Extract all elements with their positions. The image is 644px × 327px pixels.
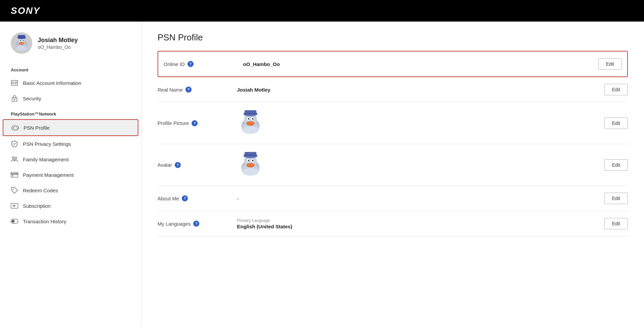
- svg-point-19: [14, 99, 15, 100]
- profile-picture-row: Profile Picture ?: [158, 102, 628, 144]
- svg-point-3: [16, 46, 27, 51]
- psn-privacy-label: PSN Privacy Settings: [23, 141, 71, 147]
- svg-rect-20: [12, 126, 19, 130]
- sidebar-item-subscription[interactable]: Subscription: [0, 198, 141, 214]
- languages-sublabel: Primary Language: [237, 218, 599, 223]
- id-card-icon: [11, 79, 18, 87]
- redeem-label: Redeem Codes: [23, 188, 58, 193]
- avatar-label: Avatar ?: [158, 162, 232, 168]
- svg-rect-29: [11, 173, 18, 174]
- svg-point-23: [16, 127, 17, 128]
- real-name-edit-button[interactable]: Edit: [604, 84, 628, 95]
- svg-point-46: [253, 118, 253, 119]
- account-section-title: Account: [0, 62, 141, 75]
- svg-rect-49: [244, 113, 257, 115]
- online-id-help-icon[interactable]: ?: [188, 61, 194, 67]
- sidebar-item-redeem[interactable]: Redeem Codes: [0, 183, 141, 198]
- toggle-icon: [11, 218, 18, 225]
- svg-rect-28: [11, 172, 18, 177]
- svg-point-45: [248, 118, 249, 119]
- real-name-label: Real Name ?: [158, 87, 232, 93]
- subscription-label: Subscription: [23, 203, 51, 209]
- basic-account-label: Basic Account Information: [23, 80, 81, 86]
- profile-picture-help-icon[interactable]: ?: [192, 120, 198, 126]
- svg-point-8: [20, 40, 21, 41]
- svg-point-26: [15, 157, 17, 159]
- online-id-edit-button[interactable]: Edit: [598, 58, 622, 70]
- svg-point-58: [248, 160, 249, 161]
- svg-point-59: [252, 160, 254, 161]
- lock-icon: [11, 95, 18, 102]
- sidebar-item-family-management[interactable]: Family Management: [0, 152, 141, 167]
- svg-point-60: [248, 160, 249, 161]
- avatar-row: Avatar ?: [158, 144, 628, 186]
- svg-point-61: [253, 160, 253, 161]
- svg-point-34: [12, 220, 14, 223]
- payment-label: Payment Management: [23, 172, 74, 178]
- languages-help-icon[interactable]: ?: [193, 221, 199, 227]
- user-name: Josiah Motley: [38, 37, 78, 44]
- svg-point-43: [248, 118, 249, 120]
- subscription-icon: [11, 202, 18, 209]
- sidebar-item-transaction[interactable]: Transaction History: [0, 214, 141, 229]
- transaction-label: Transaction History: [23, 219, 66, 224]
- sidebar-item-basic-account[interactable]: Basic Account Information: [0, 75, 141, 91]
- user-handle: oO_Hambo_Oo: [38, 44, 78, 50]
- svg-rect-30: [12, 175, 14, 176]
- credit-card-icon: [11, 171, 18, 178]
- tag-icon: [11, 187, 18, 194]
- sidebar: Josiah Motley oO_Hambo_Oo Account Basic …: [0, 22, 141, 327]
- online-id-row: Online ID ? oO_Hambo_Oo Edit: [158, 51, 628, 77]
- languages-edit-button[interactable]: Edit: [604, 218, 628, 229]
- svg-rect-12: [18, 37, 26, 38]
- svg-point-38: [242, 126, 259, 134]
- sidebar-item-payment[interactable]: Payment Management: [0, 167, 141, 183]
- avatar-avatar: [237, 151, 264, 178]
- online-id-label: Online ID ?: [164, 61, 238, 67]
- languages-row: My Languages ? Primary Language English …: [158, 211, 628, 236]
- app-header: SONY: [0, 0, 644, 22]
- avatar-help-icon[interactable]: ?: [175, 162, 181, 168]
- privacy-icon: [11, 140, 18, 148]
- sony-logo: SONY: [11, 5, 40, 16]
- avatar-value: [237, 151, 599, 179]
- about-me-label: About Me ?: [158, 195, 232, 201]
- family-icon: [11, 156, 18, 163]
- profile-picture-avatar: [237, 109, 264, 136]
- sidebar-item-psn-privacy[interactable]: PSN Privacy Settings: [0, 136, 141, 152]
- profile-picture-label: Profile Picture ?: [158, 120, 232, 126]
- svg-point-9: [23, 40, 24, 41]
- svg-point-40: [247, 121, 254, 125]
- profile-picture-edit-button[interactable]: Edit: [604, 118, 628, 129]
- user-details: Josiah Motley oO_Hambo_Oo: [38, 37, 78, 50]
- svg-point-14: [12, 82, 14, 84]
- main-content: PSN Profile Online ID ? oO_Hambo_Oo Edit…: [141, 22, 644, 327]
- psn-profile-label: PSN Profile: [24, 125, 50, 131]
- about-me-value: -: [237, 196, 599, 201]
- languages-label: My Languages ?: [158, 221, 232, 227]
- about-me-row: About Me ? - Edit: [158, 186, 628, 211]
- svg-point-25: [12, 157, 14, 159]
- languages-value: Primary Language English (United States): [237, 218, 599, 229]
- profile-picture-value: [237, 109, 599, 137]
- user-avatar: [11, 32, 32, 54]
- svg-point-24: [17, 128, 18, 129]
- online-id-value: oO_Hambo_Oo: [243, 61, 593, 67]
- real-name-help-icon[interactable]: ?: [185, 87, 192, 93]
- sidebar-item-psn-profile[interactable]: PSN Profile: [3, 119, 138, 136]
- svg-point-55: [247, 163, 254, 166]
- user-info: Josiah Motley oO_Hambo_Oo: [0, 30, 141, 62]
- svg-point-31: [13, 189, 14, 190]
- security-label: Security: [23, 96, 41, 101]
- avatar-icon: [12, 34, 31, 52]
- psn-section-title: PlayStation™Network: [0, 106, 141, 119]
- avatar-edit-button[interactable]: Edit: [604, 159, 628, 171]
- languages-primary-value: English (United States): [237, 224, 599, 229]
- sidebar-item-security[interactable]: Security: [0, 91, 141, 106]
- gamepad-icon: [11, 124, 19, 131]
- family-management-label: Family Management: [23, 157, 69, 162]
- about-me-edit-button[interactable]: Edit: [604, 193, 628, 204]
- real-name-row: Real Name ? Josiah Motley Edit: [158, 77, 628, 102]
- about-me-help-icon[interactable]: ?: [182, 195, 188, 201]
- page-title: PSN Profile: [158, 32, 628, 43]
